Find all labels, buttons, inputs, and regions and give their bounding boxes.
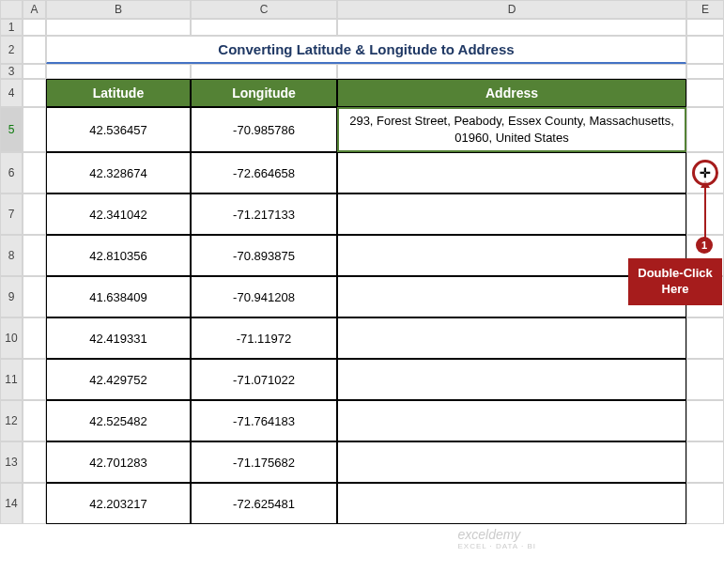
cell-d1[interactable]: [337, 19, 686, 36]
callout-instruction: Double-Click Here: [628, 258, 722, 305]
cell-lat-14[interactable]: 42.203217: [46, 483, 191, 524]
cell-lon-14[interactable]: -72.625481: [191, 483, 337, 524]
cell-e12[interactable]: [686, 400, 724, 441]
cell-a14[interactable]: [23, 483, 46, 524]
col-header-b[interactable]: B: [46, 0, 191, 19]
cell-lon-5[interactable]: -70.985786: [191, 107, 337, 152]
cell-addr-14[interactable]: [337, 483, 686, 524]
cell-e3[interactable]: [686, 64, 724, 79]
fill-cursor-icon: ✛: [700, 165, 711, 180]
watermark-sub: EXCEL · DATA · BI: [457, 542, 536, 550]
cell-e11[interactable]: [686, 359, 724, 400]
cell-a1[interactable]: [23, 19, 46, 36]
watermark: exceldemy EXCEL · DATA · BI: [457, 527, 536, 550]
cell-b1[interactable]: [46, 19, 191, 36]
select-all-corner[interactable]: [0, 0, 23, 19]
row-header-13[interactable]: 13: [0, 441, 23, 483]
cell-e5[interactable]: [686, 107, 724, 152]
cell-addr-11[interactable]: [337, 359, 686, 400]
row-header-10[interactable]: 10: [0, 317, 23, 359]
callout-arrow: [704, 186, 706, 244]
row-header-5[interactable]: 5: [0, 107, 23, 152]
cell-addr-13[interactable]: [337, 441, 686, 483]
cell-a10[interactable]: [23, 317, 46, 359]
cell-a5[interactable]: [23, 107, 46, 152]
col-header-e[interactable]: E: [686, 0, 724, 19]
cell-addr-5[interactable]: 293, Forest Street, Peabody, Essex Count…: [337, 107, 686, 152]
row-header-6[interactable]: 6: [0, 152, 23, 193]
cell-c1[interactable]: [191, 19, 337, 36]
cell-addr-10[interactable]: [337, 317, 686, 359]
cell-lat-12[interactable]: 42.525482: [46, 400, 191, 441]
row-header-2[interactable]: 2: [0, 36, 23, 64]
cell-e10[interactable]: [686, 317, 724, 359]
cell-lon-8[interactable]: -70.893875: [191, 235, 337, 276]
cell-a7[interactable]: [23, 193, 46, 235]
col-header-d[interactable]: D: [337, 0, 686, 19]
row-header-11[interactable]: 11: [0, 359, 23, 400]
cell-lat-10[interactable]: 42.419331: [46, 317, 191, 359]
cell-lon-6[interactable]: -72.664658: [191, 152, 337, 193]
header-longitude[interactable]: Longitude: [191, 79, 337, 107]
row-header-12[interactable]: 12: [0, 400, 23, 441]
watermark-main: exceldemy: [457, 527, 536, 542]
cell-a8[interactable]: [23, 235, 46, 276]
row-header-9[interactable]: 9: [0, 276, 23, 317]
col-header-c[interactable]: C: [191, 0, 337, 19]
col-header-a[interactable]: A: [23, 0, 46, 19]
cell-lon-7[interactable]: -71.217133: [191, 193, 337, 235]
step-number-badge: 1: [696, 237, 713, 254]
cell-a12[interactable]: [23, 400, 46, 441]
row-header-4[interactable]: 4: [0, 79, 23, 107]
cell-addr-6[interactable]: [337, 152, 686, 193]
page-title[interactable]: Converting Latitude & Longitude to Addre…: [46, 36, 686, 64]
cell-lat-13[interactable]: 42.701283: [46, 441, 191, 483]
fill-handle-marker: ✛: [692, 160, 718, 186]
cell-a2[interactable]: [23, 36, 46, 64]
cell-a9[interactable]: [23, 276, 46, 317]
cell-lon-9[interactable]: -70.941208: [191, 276, 337, 317]
cell-e13[interactable]: [686, 441, 724, 483]
cell-lat-9[interactable]: 41.638409: [46, 276, 191, 317]
cell-a4[interactable]: [23, 79, 46, 107]
cell-lon-10[interactable]: -71.11972: [191, 317, 337, 359]
row-header-1[interactable]: 1: [0, 19, 23, 36]
row-header-3[interactable]: 3: [0, 64, 23, 79]
row-header-14[interactable]: 14: [0, 483, 23, 524]
cell-a6[interactable]: [23, 152, 46, 193]
cell-a11[interactable]: [23, 359, 46, 400]
cell-a13[interactable]: [23, 441, 46, 483]
circle-highlight: ✛: [692, 160, 718, 186]
header-address[interactable]: Address: [337, 79, 686, 107]
cell-e2[interactable]: [686, 36, 724, 64]
header-latitude[interactable]: Latitude: [46, 79, 191, 107]
cell-lat-8[interactable]: 42.810356: [46, 235, 191, 276]
cell-lat-11[interactable]: 42.429752: [46, 359, 191, 400]
row-header-8[interactable]: 8: [0, 235, 23, 276]
cell-addr-7[interactable]: [337, 193, 686, 235]
cell-addr-12[interactable]: [337, 400, 686, 441]
spreadsheet-grid: A B C D E 1 2 Converting Latitude & Long…: [0, 0, 724, 524]
cell-e14[interactable]: [686, 483, 724, 524]
cell-lat-6[interactable]: 42.328674: [46, 152, 191, 193]
cell-lon-13[interactable]: -71.175682: [191, 441, 337, 483]
cell-lon-11[interactable]: -71.071022: [191, 359, 337, 400]
cell-c3[interactable]: [191, 64, 337, 79]
cell-d3[interactable]: [337, 64, 686, 79]
cell-e1[interactable]: [686, 19, 724, 36]
cell-lat-7[interactable]: 42.341042: [46, 193, 191, 235]
cell-b3[interactable]: [46, 64, 191, 79]
cell-lat-5[interactable]: 42.536457: [46, 107, 191, 152]
cell-e4[interactable]: [686, 79, 724, 107]
cell-a3[interactable]: [23, 64, 46, 79]
row-header-7[interactable]: 7: [0, 193, 23, 235]
cell-lon-12[interactable]: -71.764183: [191, 400, 337, 441]
